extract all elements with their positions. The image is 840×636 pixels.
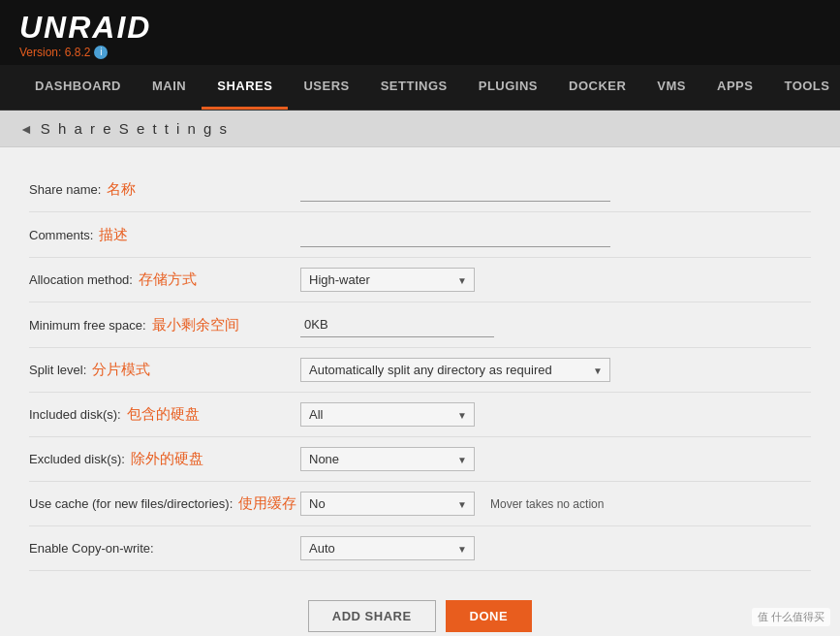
nav-plugins[interactable]: PLUGINS bbox=[463, 65, 553, 110]
split-select-wrapper: Automatically split any directory as req… bbox=[300, 358, 610, 382]
comments-chinese: 描述 bbox=[99, 226, 128, 244]
allocation-chinese: 存储方式 bbox=[139, 270, 197, 289]
excluded-disks-control: None disk1 disk2 bbox=[300, 447, 811, 471]
included-select[interactable]: All disk1 disk2 bbox=[300, 402, 475, 427]
version-info: Version: 6.8.2 i bbox=[19, 46, 821, 59]
cow-row: Enable Copy-on-write: Auto Yes No bbox=[29, 526, 811, 571]
allocation-select-wrapper: High-water Most-free Fill-up bbox=[300, 268, 475, 292]
nav-tools[interactable]: TOOLS bbox=[768, 65, 840, 110]
header: UNRAID Version: 6.8.2 i bbox=[0, 0, 840, 65]
nav-dashboard[interactable]: DASHBOARD bbox=[19, 65, 137, 110]
split-select[interactable]: Automatically split any directory as req… bbox=[300, 358, 610, 382]
cache-chinese: 使用缓存 bbox=[238, 494, 296, 513]
min-free-control bbox=[300, 312, 811, 337]
cow-label: Enable Copy-on-write: bbox=[29, 541, 300, 556]
watermark: 值 什么值得买 bbox=[752, 608, 830, 626]
cache-row: Use cache (for new files/directories): 使… bbox=[29, 482, 811, 526]
share-name-row: Share name: 名称 bbox=[29, 167, 811, 212]
nav-docker[interactable]: DOCKER bbox=[553, 65, 641, 110]
comments-control bbox=[300, 222, 811, 247]
excluded-disks-row: Excluded disk(s): 除外的硬盘 None disk1 disk2 bbox=[29, 437, 811, 482]
nav-main[interactable]: MAIN bbox=[137, 65, 202, 110]
cow-select[interactable]: Auto Yes No bbox=[300, 536, 475, 560]
comments-label: Comments: 描述 bbox=[29, 226, 300, 244]
nav-settings[interactable]: SETTINGS bbox=[365, 65, 463, 110]
excluded-select[interactable]: None disk1 disk2 bbox=[300, 447, 475, 471]
version-label: Version: 6.8.2 bbox=[19, 46, 90, 59]
done-button[interactable]: DONE bbox=[446, 600, 533, 632]
split-level-row: Split level: 分片模式 Automatically split an… bbox=[29, 348, 811, 393]
allocation-row: Allocation method: 存储方式 High-water Most-… bbox=[29, 258, 811, 302]
excluded-disks-chinese: 除外的硬盘 bbox=[131, 450, 203, 468]
split-level-chinese: 分片模式 bbox=[92, 361, 150, 379]
nav-vms[interactable]: VMS bbox=[641, 65, 701, 110]
included-disks-control: All disk1 disk2 bbox=[300, 402, 811, 427]
main-content: ◄ S h a r e S e t t i n g s Share name: … bbox=[0, 111, 840, 636]
split-level-label: Split level: 分片模式 bbox=[29, 361, 300, 379]
nav-apps[interactable]: APPS bbox=[701, 65, 768, 110]
comments-row: Comments: 描述 bbox=[29, 212, 811, 258]
excluded-disks-label: Excluded disk(s): 除外的硬盘 bbox=[29, 450, 300, 468]
button-row: ADD SHARE DONE bbox=[29, 590, 811, 632]
split-level-control: Automatically split any directory as req… bbox=[300, 358, 811, 382]
share-name-chinese: 名称 bbox=[107, 180, 136, 199]
section-title: S h a r e S e t t i n g s bbox=[41, 120, 229, 137]
cache-select-wrapper: No Yes Only Prefer bbox=[300, 492, 475, 516]
mover-note: Mover takes no action bbox=[490, 497, 604, 511]
share-name-input[interactable] bbox=[300, 176, 610, 202]
allocation-select[interactable]: High-water Most-free Fill-up bbox=[300, 268, 475, 292]
cow-control: Auto Yes No bbox=[300, 536, 811, 560]
min-free-row: Minimum free space: 最小剩余空间 bbox=[29, 302, 811, 348]
info-icon[interactable]: i bbox=[94, 46, 108, 59]
min-free-label: Minimum free space: 最小剩余空间 bbox=[29, 316, 300, 334]
back-icon[interactable]: ◄ bbox=[19, 121, 33, 137]
cow-select-wrapper: Auto Yes No bbox=[300, 536, 475, 560]
included-select-wrapper: All disk1 disk2 bbox=[300, 402, 475, 427]
cache-label: Use cache (for new files/directories): 使… bbox=[29, 494, 300, 513]
share-name-label: Share name: 名称 bbox=[29, 180, 300, 199]
excluded-select-wrapper: None disk1 disk2 bbox=[300, 447, 475, 471]
main-nav: DASHBOARD MAIN SHARES USERS SETTINGS PLU… bbox=[0, 65, 840, 111]
min-free-chinese: 最小剩余空间 bbox=[152, 316, 239, 334]
app-logo: UNRAID bbox=[19, 10, 821, 46]
section-header: ◄ S h a r e S e t t i n g s bbox=[0, 111, 840, 147]
add-share-button[interactable]: ADD SHARE bbox=[308, 600, 436, 632]
nav-users[interactable]: USERS bbox=[288, 65, 364, 110]
allocation-label: Allocation method: 存储方式 bbox=[29, 270, 300, 289]
cache-select[interactable]: No Yes Only Prefer bbox=[300, 492, 475, 516]
share-name-control bbox=[300, 176, 811, 202]
comments-input[interactable] bbox=[300, 222, 610, 247]
share-settings-form: Share name: 名称 Comments: 描述 Allocation m… bbox=[0, 147, 840, 636]
cache-control: No Yes Only Prefer Mover takes no action bbox=[300, 492, 811, 516]
included-disks-row: Included disk(s): 包含的硬盘 All disk1 disk2 bbox=[29, 393, 811, 437]
included-disks-chinese: 包含的硬盘 bbox=[127, 405, 200, 424]
min-free-input[interactable] bbox=[300, 312, 494, 337]
included-disks-label: Included disk(s): 包含的硬盘 bbox=[29, 405, 300, 424]
nav-shares[interactable]: SHARES bbox=[202, 65, 288, 110]
allocation-control: High-water Most-free Fill-up bbox=[300, 268, 811, 292]
